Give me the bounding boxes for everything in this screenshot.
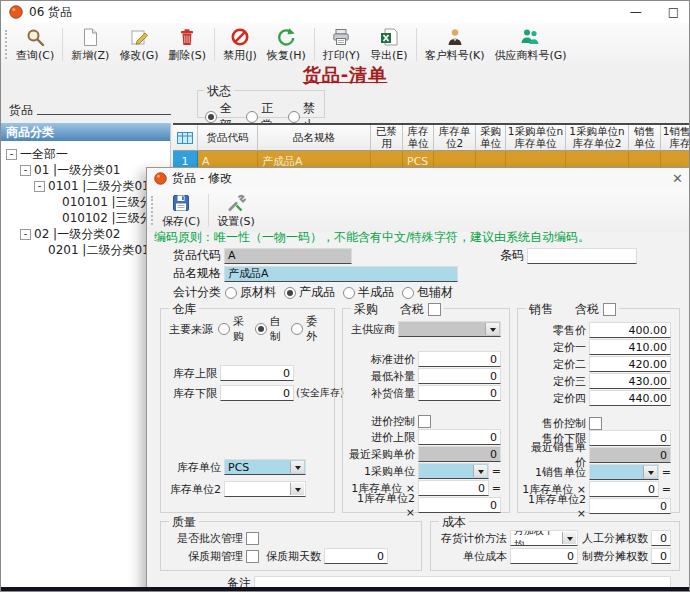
stock-lower-label: 库存下限: [165, 386, 217, 401]
price4-field[interactable]: 440.00: [589, 390, 671, 406]
column-header-purchase-conv2[interactable]: 1采购单位n库存单位2: [566, 125, 629, 151]
sales-conv1-field[interactable]: 0: [589, 481, 659, 497]
valuation-method-select[interactable]: 月加权平均: [510, 530, 578, 546]
sales-unit-label: 1销售单位: [522, 465, 586, 480]
dropdown-arrow-icon[interactable]: [562, 532, 576, 544]
unit-cost-field[interactable]: 0: [510, 548, 578, 564]
price1-field[interactable]: 410.00: [589, 339, 671, 355]
stock-unit-select[interactable]: PCS: [224, 459, 306, 475]
acct-radio-finished[interactable]: 产成品: [284, 284, 335, 301]
tree-expander[interactable]: -: [34, 181, 45, 192]
modify-button[interactable]: 修改(G): [114, 25, 163, 64]
price2-field[interactable]: 420.00: [589, 356, 671, 372]
dropdown-arrow-icon[interactable]: [473, 465, 487, 477]
tree-node[interactable]: -0101 |二级分类01: [1, 178, 170, 194]
purchase-conv2-field[interactable]: 0: [418, 497, 501, 513]
shelf-life-checkbox[interactable]: [246, 550, 259, 563]
min-replenish-field[interactable]: 0: [418, 368, 501, 384]
purchase-price-ctrl-checkbox[interactable]: [418, 415, 431, 428]
stock-upper-label: 库存上限: [165, 366, 217, 381]
tree-node[interactable]: 010101 |三级分类01: [1, 194, 170, 210]
modify-dialog: 货品 - 修改 ✕ 保存(C) 设置(S) 编码原则：唯一性（一物一码），不能含…: [146, 167, 690, 592]
acct-radio-packing[interactable]: 包辅材: [402, 284, 453, 301]
print-button[interactable]: 打印(Y): [318, 25, 365, 64]
customer-partno-button[interactable]: 客户料号(K): [420, 25, 490, 64]
minimize-button[interactable]: —: [630, 5, 642, 19]
sales-tax-checkbox[interactable]: [603, 303, 616, 316]
tree-expander[interactable]: -: [20, 229, 31, 240]
save-button[interactable]: 保存(C): [157, 191, 205, 230]
restore-button[interactable]: 恢复(H): [262, 25, 311, 64]
purchase-price-upper-field[interactable]: 0: [418, 429, 501, 445]
stock-lower-field[interactable]: 0: [220, 385, 294, 401]
dropdown-arrow-icon[interactable]: [485, 323, 499, 335]
acct-radio-raw[interactable]: 原材料: [225, 284, 276, 301]
barcode-field[interactable]: [527, 248, 637, 264]
column-header-name[interactable]: 品名规格: [258, 125, 371, 151]
shelf-days-field[interactable]: 0: [324, 548, 388, 564]
purchase-unit-select[interactable]: [418, 463, 489, 479]
export-button[interactable]: 导出(E): [365, 25, 413, 64]
column-header-stock-unit[interactable]: 库存单位: [403, 125, 434, 151]
sales-unit-select[interactable]: [589, 464, 659, 480]
disable-button[interactable]: 禁用(J): [218, 25, 262, 64]
query-button[interactable]: 查询(C): [11, 25, 59, 64]
column-header-stock-unit2[interactable]: 库存单位2: [434, 125, 476, 151]
code-label: 货品代码: [155, 247, 221, 264]
tree-node[interactable]: 0201 |二级分类01: [1, 242, 170, 258]
acct-radio-semi[interactable]: 半成品: [343, 284, 394, 301]
retail-price-field[interactable]: 400.00: [589, 322, 671, 338]
column-header-purchase-unit[interactable]: 采购单位: [476, 125, 506, 151]
tree-node[interactable]: -01 |一级分类01: [1, 162, 170, 178]
toolbar-grip: [5, 30, 7, 59]
dropdown-arrow-icon[interactable]: [290, 461, 304, 473]
shelf-days-label: 保质期天数: [259, 549, 321, 564]
goods-filter-input[interactable]: [37, 98, 171, 115]
cost-group-title: 成本: [442, 514, 466, 531]
stock-upper-field[interactable]: 0: [220, 365, 294, 381]
maximize-button[interactable]: □: [668, 5, 679, 19]
supplier-partno-button[interactable]: 供应商料号(G): [489, 25, 571, 64]
add-button[interactable]: 新增(Z): [66, 25, 114, 64]
disable-label: 禁用(J): [223, 48, 257, 63]
dropdown-arrow-icon[interactable]: [643, 466, 657, 478]
column-header-sales-conv[interactable]: 1销售单位n库存单位: [661, 125, 689, 151]
tree-expander[interactable]: -: [20, 165, 31, 176]
acct-packing-label: 包辅材: [417, 284, 453, 301]
purchase-group: 采购 含税 主供应商 标准进价 0 最低补量 0 补货倍量 0: [342, 308, 510, 513]
source-radio-selfmade[interactable]: 自制: [255, 314, 290, 344]
std-price-field[interactable]: 0: [418, 351, 501, 367]
replenish-multiple-field[interactable]: 0: [418, 385, 501, 401]
column-header-code[interactable]: 货品代码: [198, 125, 258, 151]
source-radio-purchase[interactable]: 采购: [218, 314, 253, 344]
batch-mgmt-checkbox[interactable]: [246, 532, 259, 545]
dialog-close-button[interactable]: ✕: [672, 171, 683, 186]
purchase-conv1-field[interactable]: 0: [418, 480, 489, 496]
source-selfmade-label: 自制: [270, 314, 290, 344]
dropdown-arrow-icon[interactable]: [290, 483, 304, 495]
labor-weight-field[interactable]: 0: [651, 530, 671, 546]
tree-node-root[interactable]: -一全部一: [1, 146, 170, 162]
price3-field[interactable]: 430.00: [589, 373, 671, 389]
tree-node[interactable]: 010102 |三级分类02: [1, 210, 170, 226]
stock-unit2-select[interactable]: [224, 481, 306, 497]
purchase-tax-checkbox[interactable]: [428, 303, 441, 316]
column-header-sales-unit[interactable]: 销售单位: [629, 125, 661, 151]
settings-button[interactable]: 设置(S): [212, 191, 260, 230]
tools-icon: [226, 193, 246, 213]
tree-node[interactable]: -02 |一级分类02: [1, 226, 170, 242]
source-radio-outsource[interactable]: 委外: [291, 314, 326, 344]
table-corner-cell[interactable]: [173, 125, 198, 151]
name-field[interactable]: 产成品A: [224, 266, 458, 282]
sales-conv2-field[interactable]: 0: [589, 498, 671, 514]
status-groupbox: 状态 全部 正常 禁止: [197, 90, 325, 118]
tree-expander[interactable]: -: [6, 149, 17, 160]
sales-price-ctrl-checkbox[interactable]: [589, 417, 602, 430]
delete-button[interactable]: 删除(S): [164, 25, 212, 64]
supplier-select[interactable]: [398, 321, 501, 337]
mfg-weight-field[interactable]: 0: [651, 548, 671, 564]
sales-price-lower-field[interactable]: 0: [589, 430, 671, 446]
column-header-disabled[interactable]: 已禁用: [371, 125, 403, 151]
code-field[interactable]: A: [224, 248, 352, 264]
column-header-purchase-conv[interactable]: 1采购单位n库存单位: [506, 125, 566, 151]
